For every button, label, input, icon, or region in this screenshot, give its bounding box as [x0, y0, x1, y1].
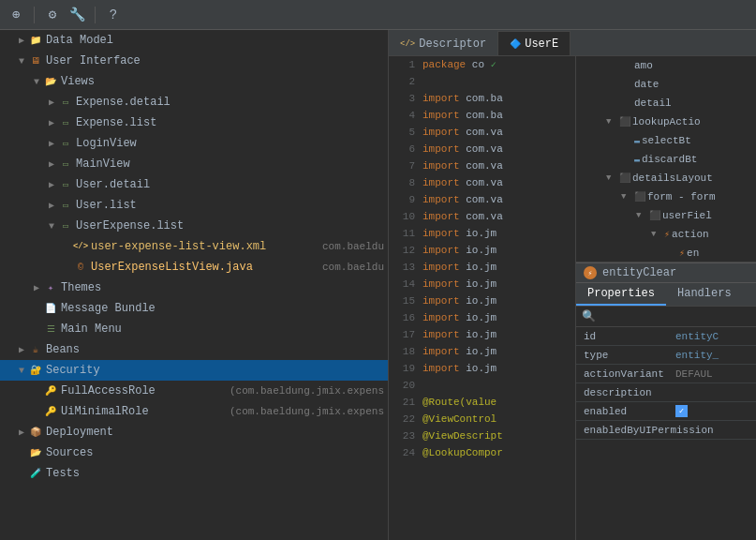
- line-num-3: 3: [389, 93, 422, 104]
- label-security: Security: [46, 364, 384, 377]
- line-content-16: import io.jm: [422, 312, 575, 323]
- bundle-icon: 📄: [43, 301, 58, 316]
- struct-label-amo: amo: [634, 60, 653, 71]
- prop-row-id[interactable]: id entityC: [576, 327, 756, 346]
- tree-item-main-menu[interactable]: ☰ Main Menu: [0, 319, 388, 339]
- descriptor-tab-label: Descriptor: [419, 38, 486, 51]
- menu-icon: ☰: [43, 322, 58, 337]
- enabled-checkbox[interactable]: ✓: [675, 405, 688, 417]
- prop-row-enabled[interactable]: enabled ✓: [576, 402, 756, 421]
- tab-usere[interactable]: 🔷 UserE: [497, 31, 571, 55]
- tab-properties[interactable]: Properties: [576, 283, 666, 306]
- tree-item-full-access-role[interactable]: 🔑 FullAccessRole (com.baeldung.jmix.expe…: [0, 381, 388, 401]
- tests-icon: 🧪: [28, 466, 43, 481]
- tree-item-userexpense-list[interactable]: ▼ ▭ UserExpense.list: [0, 216, 388, 236]
- line-num-14: 14: [389, 278, 422, 290]
- tab-descriptor[interactable]: </> Descriptor: [389, 31, 497, 55]
- code-line-10: 10 import com.va: [389, 208, 575, 225]
- struct-item-en-1[interactable]: ⚡ en: [576, 244, 756, 262]
- arrow-user-list: ▶: [45, 200, 58, 211]
- tree-item-expense-list[interactable]: ▶ ▭ Expense.list: [0, 112, 388, 133]
- line-content-18: import io.jm: [422, 346, 575, 357]
- help-icon[interactable]: ?: [105, 7, 122, 23]
- main-area: ▶ 📁 Data Model ▼ 🖥 User Interface ▼ 📂 Vi…: [0, 30, 756, 540]
- tree-item-user-detail[interactable]: ▶ ▭ User.detail: [0, 174, 388, 195]
- tools-icon[interactable]: 🔧: [68, 7, 85, 23]
- line-content-17: import io.jm: [422, 329, 575, 340]
- tree-item-expense-detail[interactable]: ▶ ▭ Expense.detail: [0, 92, 388, 112]
- prop-row-description[interactable]: description: [576, 383, 756, 402]
- entity-clear-label: entityClear: [602, 266, 676, 279]
- code-line-23: 23 @ViewDescript: [389, 428, 575, 444]
- tree-item-main-view[interactable]: ▶ ▭ MainView: [0, 154, 388, 174]
- code-line-14: 14 import io.jm: [389, 276, 575, 292]
- struct-item-discard-bt[interactable]: ▬ discardBt: [576, 150, 756, 169]
- line-content-23: @ViewDescript: [422, 430, 575, 442]
- arrow-expense-list: ▶: [45, 117, 58, 128]
- struct-item-details-layout[interactable]: ▼ ⬛ detailsLayout: [576, 169, 756, 188]
- sublabel-ui-minimal: (com.baeldung.jmix.expens: [230, 406, 384, 417]
- prop-key-enabled: enabled: [576, 406, 670, 417]
- line-content-21: @Route(value: [422, 397, 575, 408]
- line-num-2: 2: [389, 76, 422, 87]
- tree-item-message-bundle[interactable]: 📄 Message Bundle: [0, 298, 388, 319]
- tree-item-data-model[interactable]: ▶ 📁 Data Model: [0, 30, 388, 51]
- tab-handlers[interactable]: Handlers: [666, 283, 743, 306]
- code-line-4: 4 import com.ba: [389, 107, 575, 124]
- label-main-view: MainView: [76, 158, 384, 171]
- line-num-10: 10: [389, 211, 422, 222]
- struct-label-discard-bt: discardBt: [642, 154, 697, 165]
- tree-item-xml[interactable]: </> user-expense-list-view.xml com.baeld…: [0, 236, 388, 257]
- arrow-security: ▼: [15, 366, 28, 376]
- prop-val-id: entityC: [670, 331, 756, 342]
- struct-item-action-1[interactable]: ▼ ⚡ action: [576, 225, 756, 244]
- arrow-deployment: ▶: [15, 427, 28, 438]
- tree-item-tests[interactable]: 🧪 Tests: [0, 463, 388, 484]
- struct-item-detail[interactable]: detail: [576, 94, 756, 112]
- struct-label-form: form - form: [647, 191, 716, 202]
- right-panel: </> Descriptor 🔷 UserE 1 package co ✓: [389, 30, 756, 540]
- code-line-21: 21 @Route(value: [389, 394, 575, 411]
- tree-item-sources[interactable]: 📂 Sources: [0, 442, 388, 463]
- usere-tab-label: UserE: [525, 38, 558, 51]
- tree-item-beans[interactable]: ▶ ☕ Beans: [0, 339, 388, 360]
- prop-val-type: entity_: [670, 350, 756, 361]
- tree-item-user-interface[interactable]: ▼ 🖥 User Interface: [0, 51, 388, 71]
- views-icon: 📂: [43, 74, 58, 89]
- prop-val-action-variant: DEFAUL: [670, 368, 756, 380]
- tree-item-deployment[interactable]: ▶ 📦 Deployment: [0, 422, 388, 442]
- tree-item-ui-minimal-role[interactable]: 🔑 UiMinimalRole (com.baeldung.jmix.expen…: [0, 401, 388, 422]
- tree-item-views[interactable]: ▼ 📂 Views: [0, 71, 388, 92]
- arrow-user-interface: ▼: [15, 56, 28, 67]
- struct-item-user-field[interactable]: ▼ ⬛ userFiel: [576, 206, 756, 225]
- tree-item-java[interactable]: © UserExpenseListView.java com.baeldu: [0, 257, 388, 278]
- tree-item-user-list[interactable]: ▶ ▭ User.list: [0, 195, 388, 216]
- code-line-19: 19 import io.jm: [389, 360, 575, 377]
- tree-item-security[interactable]: ▼ 🔐 Security: [0, 360, 388, 381]
- code-line-17: 17 import io.jm: [389, 326, 575, 343]
- prop-row-type[interactable]: type entity_: [576, 346, 756, 365]
- prop-row-enabled-perm[interactable]: enabledByUIPermission: [576, 421, 756, 440]
- code-line-18: 18 import io.jm: [389, 343, 575, 360]
- code-editor: 1 package co ✓ 2 3 import com.ba: [389, 56, 576, 540]
- struct-item-date[interactable]: date: [576, 75, 756, 94]
- structure-tree: amo date detail: [576, 56, 756, 262]
- navigate-icon[interactable]: ⊕: [7, 7, 24, 23]
- code-line-22: 22 @ViewControl: [389, 411, 575, 428]
- line-content-6: import com.va: [422, 143, 575, 155]
- search-input[interactable]: [600, 311, 750, 322]
- prop-row-action-variant[interactable]: actionVariant DEFAUL: [576, 365, 756, 383]
- prop-tabs: Properties Handlers: [576, 283, 756, 307]
- line-num-17: 17: [389, 329, 422, 340]
- tree-item-themes[interactable]: ▶ ✦ Themes: [0, 278, 388, 298]
- struct-item-select-bt[interactable]: ▬ selectBt: [576, 131, 756, 150]
- struct-item-amo[interactable]: amo: [576, 56, 756, 75]
- struct-item-form[interactable]: ▼ ⬛ form - form: [576, 188, 756, 206]
- folder-icon-data-model: 📁: [28, 33, 43, 48]
- settings-icon[interactable]: ⚙: [44, 7, 61, 23]
- tree-item-login-view[interactable]: ▶ ▭ LoginView: [0, 133, 388, 154]
- struct-item-lookup-action[interactable]: ▼ ⬛ lookupActio: [576, 112, 756, 131]
- prop-key-type: type: [576, 350, 670, 361]
- line-num-13: 13: [389, 262, 422, 273]
- arrow-themes: ▶: [30, 282, 43, 293]
